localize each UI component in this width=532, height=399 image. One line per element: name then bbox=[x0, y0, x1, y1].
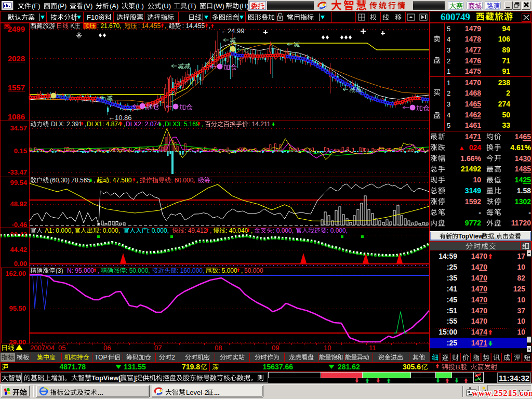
svg-text:DLX2: 2.074: DLX2: 2.074 bbox=[126, 121, 161, 128]
svg-text:(W): (W) bbox=[214, 2, 224, 10]
svg-text:1.58: 1.58 bbox=[517, 187, 531, 195]
svg-text:1478: 1478 bbox=[465, 35, 481, 43]
svg-text:1430: 1430 bbox=[515, 154, 531, 163]
svg-text:DLX1: 4.874: DLX1: 4.874 bbox=[87, 121, 122, 128]
svg-text:1479: 1479 bbox=[465, 24, 481, 33]
svg-text:5: 5 bbox=[447, 25, 450, 33]
svg-text:: 14.455: : 14.455 bbox=[138, 22, 161, 30]
svg-text:,: , bbox=[98, 267, 99, 274]
svg-text:1477: 1477 bbox=[465, 46, 481, 54]
svg-text:1485: 1485 bbox=[515, 165, 531, 173]
svg-text:1.66%: 1.66% bbox=[460, 154, 481, 163]
svg-text:1470: 1470 bbox=[471, 252, 487, 260]
svg-text:34.57: 34.57 bbox=[10, 124, 27, 132]
svg-text:B: B bbox=[456, 363, 460, 371]
svg-text:10: 10 bbox=[517, 328, 525, 336]
svg-text::55: :55 bbox=[447, 317, 457, 325]
svg-text::25: :25 bbox=[447, 263, 457, 271]
svg-text:,: , bbox=[85, 121, 86, 128]
svg-text:: 14.455: : 14.455 bbox=[182, 22, 205, 30]
svg-text::35: :35 bbox=[447, 274, 457, 282]
svg-text:44.42: 44.42 bbox=[10, 246, 27, 254]
svg-text:1592: 1592 bbox=[465, 197, 481, 206]
svg-text:]: ] bbox=[134, 374, 136, 382]
svg-text:1470: 1470 bbox=[471, 307, 487, 315]
svg-text:305.6: 305.6 bbox=[403, 363, 421, 371]
svg-text:-: - bbox=[528, 208, 531, 217]
svg-text:274: 274 bbox=[498, 100, 511, 108]
svg-text:: 0.000,: : 0.000, bbox=[273, 227, 294, 234]
svg-text:1086: 1086 bbox=[8, 112, 25, 121]
svg-text:0.00: 0.00 bbox=[14, 260, 27, 268]
svg-text:-33.47: -33.47 bbox=[8, 168, 27, 176]
svg-text:1470: 1470 bbox=[471, 317, 487, 325]
svg-text:48.92: 48.92 bbox=[10, 200, 27, 208]
svg-text:(3): (3) bbox=[56, 267, 63, 274]
svg-text::: : bbox=[210, 177, 212, 184]
svg-text:1462: 1462 bbox=[465, 111, 481, 119]
svg-text:: 14.211: : 14.211 bbox=[248, 121, 271, 128]
svg-text:1468: 1468 bbox=[465, 89, 481, 97]
svg-text:281.62: 281.62 bbox=[338, 363, 360, 371]
svg-text:2: 2 bbox=[506, 89, 510, 97]
svg-text:50.000: 50.000 bbox=[244, 267, 263, 274]
svg-text:-: - bbox=[478, 208, 481, 217]
svg-text:89: 89 bbox=[502, 46, 510, 54]
svg-text:5: 5 bbox=[447, 122, 450, 129]
svg-text:3: 3 bbox=[447, 46, 450, 54]
svg-text:15:00: 15:00 bbox=[438, 328, 457, 336]
svg-text:71: 71 bbox=[502, 57, 510, 65]
svg-text:N: 95.000: N: 95.000 bbox=[67, 267, 94, 274]
svg-text:1470: 1470 bbox=[465, 78, 481, 87]
svg-text::25: :25 bbox=[447, 339, 457, 347]
svg-text:2: 2 bbox=[447, 57, 450, 65]
svg-text:024: 024 bbox=[469, 143, 482, 152]
svg-text:,: , bbox=[124, 121, 125, 128]
svg-text:1470: 1470 bbox=[471, 263, 487, 271]
svg-text:1471: 1471 bbox=[465, 132, 481, 141]
svg-text:11720: 11720 bbox=[511, 219, 531, 227]
svg-text:,: , bbox=[163, 121, 164, 128]
svg-text:(T): (T) bbox=[188, 2, 196, 10]
svg-text:719.8: 719.8 bbox=[182, 363, 200, 371]
svg-text:1470: 1470 bbox=[471, 274, 487, 282]
svg-text:(U): (U) bbox=[162, 2, 171, 10]
svg-text:2499: 2499 bbox=[8, 24, 25, 33]
svg-text:(P): (P) bbox=[58, 2, 66, 10]
svg-text:1476: 1476 bbox=[465, 57, 481, 65]
svg-text:91: 91 bbox=[502, 67, 510, 75]
svg-text:(H): (H) bbox=[240, 2, 249, 10]
svg-text:162.00: 162.00 bbox=[5, 270, 26, 277]
svg-text:82: 82 bbox=[517, 274, 525, 282]
svg-text:10: 10 bbox=[324, 344, 331, 352]
svg-text:11:34:32: 11:34:32 bbox=[499, 374, 529, 382]
svg-text:1465: 1465 bbox=[515, 132, 531, 141]
svg-text:4.61%: 4.61% bbox=[510, 143, 531, 152]
svg-text:F10: F10 bbox=[87, 14, 98, 21]
svg-text:29.00: 29.00 bbox=[9, 338, 26, 346]
svg-text:www.25215.com: www.25215.com bbox=[472, 388, 532, 398]
svg-text:,: , bbox=[202, 121, 203, 128]
svg-text:9772: 9772 bbox=[465, 219, 481, 227]
svg-text:1470: 1470 bbox=[471, 296, 487, 304]
svg-text::41: :41 bbox=[447, 285, 457, 293]
svg-text:37: 37 bbox=[517, 307, 525, 315]
svg-text:TopView: TopView bbox=[458, 233, 484, 240]
svg-text:DLX3: 5.169: DLX3: 5.169 bbox=[165, 121, 200, 128]
svg-text:238: 238 bbox=[498, 78, 511, 87]
svg-text:4: 4 bbox=[447, 35, 450, 43]
svg-text:: 0.000,: : 0.000, bbox=[327, 227, 348, 234]
svg-text:2: 2 bbox=[447, 89, 450, 97]
svg-text:07: 07 bbox=[154, 344, 162, 352]
svg-text:1465: 1465 bbox=[465, 100, 481, 108]
svg-text:08: 08 bbox=[215, 344, 222, 352]
svg-text:,: , bbox=[241, 267, 243, 274]
svg-text:125: 125 bbox=[513, 285, 526, 293]
svg-text:: 60.000,: : 60.000, bbox=[171, 177, 195, 184]
svg-text:: 0.000,: : 0.000, bbox=[99, 227, 120, 234]
svg-text:1557: 1557 bbox=[8, 83, 25, 92]
svg-text:A1: 0.000,: A1: 0.000, bbox=[45, 227, 73, 234]
svg-text:2028: 2028 bbox=[8, 54, 25, 63]
svg-text:14:59: 14:59 bbox=[438, 252, 457, 260]
svg-text:(F): (F) bbox=[32, 2, 41, 10]
